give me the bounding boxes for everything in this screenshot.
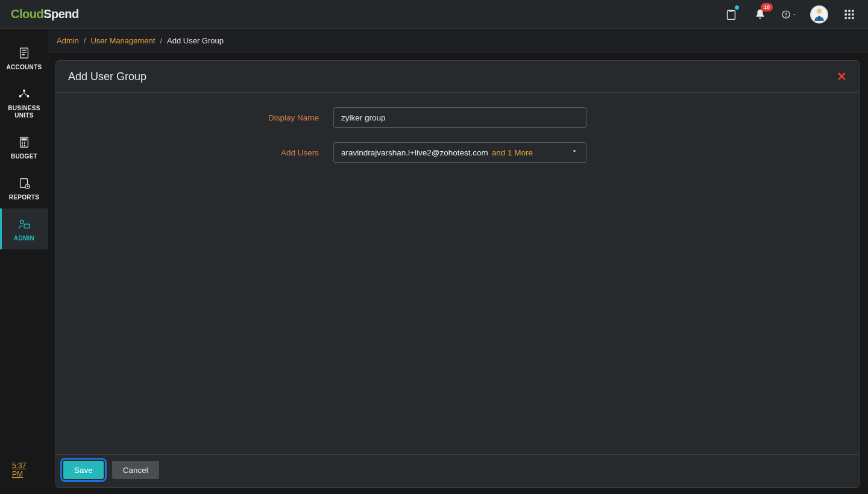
label-add-users: Add Users xyxy=(74,148,333,157)
crumb-sep: / xyxy=(84,36,86,45)
app-logo: CloudSpend xyxy=(11,7,79,21)
svg-rect-8 xyxy=(845,13,847,15)
svg-rect-0 xyxy=(728,10,735,19)
admin-icon xyxy=(17,217,31,231)
tasks-icon[interactable] xyxy=(723,7,739,22)
label-display-name: Display Name xyxy=(74,113,333,122)
form-panel: Add User Group ✕ Display Name Add Users … xyxy=(55,60,860,488)
crumb-current: Add User Group xyxy=(167,36,224,45)
top-icons: 10 xyxy=(723,5,857,23)
row-display-name: Display Name xyxy=(74,107,841,128)
add-users-select[interactable]: aravindrajvarshan.l+live2@zohotest.com a… xyxy=(333,142,587,163)
svg-rect-13 xyxy=(852,17,854,19)
business-units-icon xyxy=(17,87,31,101)
nav-admin[interactable]: ADMIN xyxy=(0,208,48,249)
svg-point-22 xyxy=(20,220,24,224)
svg-rect-5 xyxy=(845,10,847,11)
svg-rect-11 xyxy=(845,17,847,19)
nav-accounts[interactable]: ACCOUNTS xyxy=(0,37,48,78)
close-icon[interactable]: ✕ xyxy=(837,69,847,84)
row-add-users: Add Users aravindrajvarshan.l+live2@zoho… xyxy=(74,142,841,163)
nav-budget[interactable]: BUDGET xyxy=(0,127,48,167)
nav-label: REPORTS xyxy=(9,194,39,201)
add-users-value: aravindrajvarshan.l+live2@zohotest.com xyxy=(341,148,488,157)
svg-rect-14 xyxy=(20,48,28,58)
apps-grid-icon[interactable] xyxy=(841,7,857,22)
display-name-input[interactable] xyxy=(333,107,587,128)
svg-point-3 xyxy=(817,8,822,14)
nav-label: BUSINESS UNITS xyxy=(0,105,48,119)
nav-business-units[interactable]: BUSINESS UNITS xyxy=(0,78,48,127)
logo-spend: Spend xyxy=(43,7,79,20)
breadcrumb: Admin / User Management / Add User Group xyxy=(48,29,868,53)
save-button[interactable]: Save xyxy=(63,461,104,479)
panel-footer: Save Cancel xyxy=(56,454,859,487)
svg-rect-6 xyxy=(848,10,850,11)
chevron-down-icon xyxy=(570,147,579,158)
nav-label: BUDGET xyxy=(11,153,37,160)
cancel-button[interactable]: Cancel xyxy=(112,461,159,479)
top-header: CloudSpend 10 xyxy=(0,0,868,29)
bell-icon[interactable]: 10 xyxy=(752,7,768,22)
sidebar: ACCOUNTS BUSINESS UNITS BUDGET xyxy=(0,29,48,494)
nav-label: ACCOUNTS xyxy=(6,64,42,71)
logo-cloud: Cloud xyxy=(11,7,43,20)
crumb-admin[interactable]: Admin xyxy=(57,36,79,45)
panel-header: Add User Group ✕ xyxy=(56,61,859,93)
crumb-sep: / xyxy=(160,36,162,45)
budget-icon xyxy=(17,135,31,149)
notification-badge: 10 xyxy=(761,3,773,11)
nav-reports[interactable]: REPORTS xyxy=(0,167,48,208)
svg-rect-23 xyxy=(24,224,30,228)
svg-rect-7 xyxy=(852,10,854,11)
tasks-dot xyxy=(735,5,739,10)
chevron-down-icon xyxy=(792,11,797,17)
reports-icon xyxy=(17,176,31,190)
panel-title: Add User Group xyxy=(68,70,146,83)
svg-point-15 xyxy=(23,89,25,92)
svg-rect-10 xyxy=(852,13,854,15)
panel-body: Display Name Add Users aravindrajvarshan… xyxy=(56,93,859,454)
avatar[interactable] xyxy=(810,5,828,23)
svg-rect-19 xyxy=(21,139,27,141)
nav-label: ADMIN xyxy=(14,235,34,242)
add-users-more: and 1 More xyxy=(492,148,533,157)
svg-rect-12 xyxy=(848,17,850,19)
accounts-icon xyxy=(17,46,31,60)
crumb-user-management[interactable]: User Management xyxy=(90,36,155,45)
help-icon[interactable] xyxy=(781,7,797,22)
svg-rect-4 xyxy=(819,16,820,21)
time-indicator[interactable]: 5:37 PM xyxy=(12,461,36,478)
svg-point-2 xyxy=(785,16,786,16)
svg-rect-9 xyxy=(848,13,850,15)
